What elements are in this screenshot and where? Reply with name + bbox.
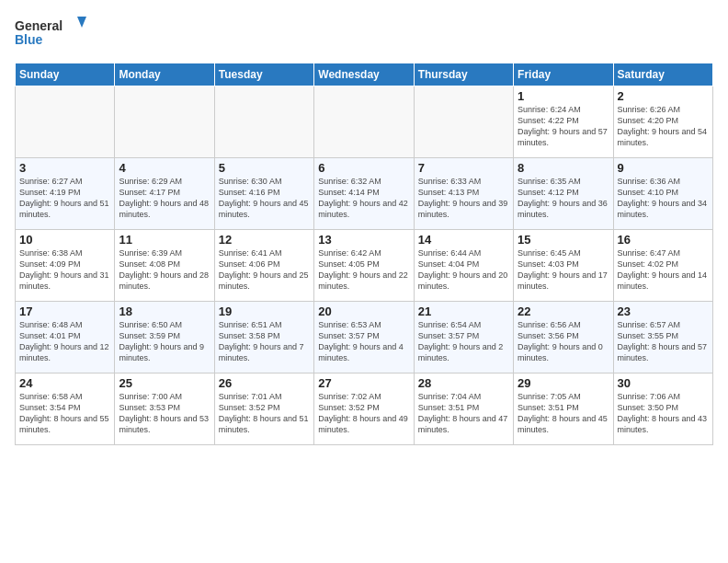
day-info: Sunrise: 6:48 AMSunset: 4:01 PMDaylight:… — [19, 319, 110, 364]
day-info: Sunrise: 6:39 AMSunset: 4:08 PMDaylight:… — [119, 247, 210, 293]
day-number: 7 — [418, 161, 509, 175]
day-info: Sunrise: 6:32 AMSunset: 4:14 PMDaylight:… — [318, 176, 409, 221]
calendar-day-cell: 21Sunrise: 6:54 AMSunset: 3:57 PMDayligh… — [414, 302, 513, 373]
calendar-day-cell: 19Sunrise: 6:51 AMSunset: 3:58 PMDayligh… — [214, 302, 313, 373]
calendar-day-cell: 10Sunrise: 6:38 AMSunset: 4:09 PMDayligh… — [16, 230, 115, 302]
weekday-header: Saturday — [613, 63, 712, 86]
calendar-day-cell: 8Sunrise: 6:35 AMSunset: 4:12 PMDaylight… — [514, 158, 613, 230]
weekday-header: Thursday — [414, 63, 513, 86]
calendar-day-cell — [16, 86, 115, 158]
calendar-day-cell: 11Sunrise: 6:39 AMSunset: 4:08 PMDayligh… — [115, 230, 214, 302]
day-info: Sunrise: 6:30 AMSunset: 4:16 PMDaylight:… — [219, 176, 310, 221]
calendar-day-cell: 4Sunrise: 6:29 AMSunset: 4:17 PMDaylight… — [115, 158, 214, 230]
calendar-header-row: SundayMondayTuesdayWednesdayThursdayFrid… — [16, 63, 713, 86]
svg-text:Blue: Blue — [15, 32, 43, 47]
calendar-day-cell: 1Sunrise: 6:24 AMSunset: 4:22 PMDaylight… — [514, 86, 613, 158]
header: General Blue — [15, 15, 713, 52]
day-info: Sunrise: 6:41 AMSunset: 4:06 PMDaylight:… — [219, 247, 310, 293]
day-info: Sunrise: 7:02 AMSunset: 3:52 PMDaylight:… — [318, 391, 409, 436]
calendar-week-row: 17Sunrise: 6:48 AMSunset: 4:01 PMDayligh… — [16, 302, 713, 373]
day-number: 11 — [119, 233, 210, 247]
calendar-day-cell: 24Sunrise: 6:58 AMSunset: 3:54 PMDayligh… — [16, 373, 115, 445]
day-info: Sunrise: 6:58 AMSunset: 3:54 PMDaylight:… — [19, 391, 110, 436]
calendar-day-cell — [414, 86, 513, 158]
weekday-header: Friday — [514, 63, 613, 86]
day-number: 13 — [318, 233, 409, 247]
day-number: 19 — [219, 304, 310, 318]
day-info: Sunrise: 7:00 AMSunset: 3:53 PMDaylight:… — [119, 391, 210, 436]
calendar-day-cell: 17Sunrise: 6:48 AMSunset: 4:01 PMDayligh… — [16, 302, 115, 373]
calendar-week-row: 24Sunrise: 6:58 AMSunset: 3:54 PMDayligh… — [16, 373, 713, 445]
calendar-table: SundayMondayTuesdayWednesdayThursdayFrid… — [15, 63, 713, 445]
day-info: Sunrise: 6:51 AMSunset: 3:58 PMDaylight:… — [219, 319, 310, 364]
calendar-day-cell: 29Sunrise: 7:05 AMSunset: 3:51 PMDayligh… — [514, 373, 613, 445]
calendar-day-cell: 7Sunrise: 6:33 AMSunset: 4:13 PMDaylight… — [414, 158, 513, 230]
day-info: Sunrise: 6:35 AMSunset: 4:12 PMDaylight:… — [518, 176, 609, 221]
day-number: 30 — [618, 376, 709, 390]
calendar-day-cell: 3Sunrise: 6:27 AMSunset: 4:19 PMDaylight… — [16, 158, 115, 230]
calendar-day-cell: 20Sunrise: 6:53 AMSunset: 3:57 PMDayligh… — [314, 302, 414, 373]
day-number: 2 — [618, 89, 709, 103]
day-number: 28 — [418, 376, 509, 390]
day-info: Sunrise: 6:29 AMSunset: 4:17 PMDaylight:… — [119, 176, 210, 221]
weekday-header: Monday — [115, 63, 214, 86]
day-info: Sunrise: 6:45 AMSunset: 4:03 PMDaylight:… — [518, 247, 609, 293]
day-info: Sunrise: 6:44 AMSunset: 4:04 PMDaylight:… — [418, 247, 509, 293]
day-number: 17 — [19, 304, 110, 318]
day-number: 3 — [19, 161, 110, 175]
calendar-day-cell: 14Sunrise: 6:44 AMSunset: 4:04 PMDayligh… — [414, 230, 513, 302]
day-number: 14 — [418, 233, 509, 247]
day-number: 18 — [119, 304, 210, 318]
svg-marker-2 — [77, 17, 86, 28]
day-number: 12 — [219, 233, 310, 247]
svg-text:General: General — [15, 18, 63, 33]
day-number: 23 — [618, 304, 709, 318]
day-info: Sunrise: 6:38 AMSunset: 4:09 PMDaylight:… — [19, 247, 110, 293]
calendar-day-cell: 9Sunrise: 6:36 AMSunset: 4:10 PMDaylight… — [613, 158, 712, 230]
day-number: 1 — [518, 89, 609, 103]
day-number: 8 — [518, 161, 609, 175]
calendar-day-cell: 2Sunrise: 6:26 AMSunset: 4:20 PMDaylight… — [613, 86, 712, 158]
day-number: 10 — [19, 233, 110, 247]
day-info: Sunrise: 7:05 AMSunset: 3:51 PMDaylight:… — [518, 391, 609, 436]
weekday-header: Tuesday — [214, 63, 313, 86]
calendar-week-row: 3Sunrise: 6:27 AMSunset: 4:19 PMDaylight… — [16, 158, 713, 230]
day-info: Sunrise: 7:04 AMSunset: 3:51 PMDaylight:… — [418, 391, 509, 436]
calendar-day-cell: 6Sunrise: 6:32 AMSunset: 4:14 PMDaylight… — [314, 158, 414, 230]
day-number: 15 — [518, 233, 609, 247]
day-info: Sunrise: 6:27 AMSunset: 4:19 PMDaylight:… — [19, 176, 110, 221]
calendar-day-cell: 26Sunrise: 7:01 AMSunset: 3:52 PMDayligh… — [214, 373, 313, 445]
calendar-week-row: 10Sunrise: 6:38 AMSunset: 4:09 PMDayligh… — [16, 230, 713, 302]
day-info: Sunrise: 7:01 AMSunset: 3:52 PMDaylight:… — [219, 391, 310, 436]
day-number: 16 — [618, 233, 709, 247]
day-info: Sunrise: 6:24 AMSunset: 4:22 PMDaylight:… — [518, 104, 609, 149]
calendar-day-cell: 18Sunrise: 6:50 AMSunset: 3:59 PMDayligh… — [115, 302, 214, 373]
calendar-day-cell: 13Sunrise: 6:42 AMSunset: 4:05 PMDayligh… — [314, 230, 414, 302]
day-info: Sunrise: 6:50 AMSunset: 3:59 PMDaylight:… — [119, 319, 210, 364]
day-info: Sunrise: 6:54 AMSunset: 3:57 PMDaylight:… — [418, 319, 509, 364]
day-number: 24 — [19, 376, 110, 390]
calendar-day-cell: 30Sunrise: 7:06 AMSunset: 3:50 PMDayligh… — [613, 373, 712, 445]
calendar-day-cell: 5Sunrise: 6:30 AMSunset: 4:16 PMDaylight… — [214, 158, 313, 230]
day-number: 5 — [219, 161, 310, 175]
day-info: Sunrise: 6:42 AMSunset: 4:05 PMDaylight:… — [318, 247, 409, 293]
calendar-day-cell — [314, 86, 414, 158]
day-number: 20 — [318, 304, 409, 318]
day-info: Sunrise: 6:56 AMSunset: 3:56 PMDaylight:… — [518, 319, 609, 364]
calendar-day-cell: 25Sunrise: 7:00 AMSunset: 3:53 PMDayligh… — [115, 373, 214, 445]
logo-icon: General Blue — [15, 15, 88, 52]
calendar-day-cell: 28Sunrise: 7:04 AMSunset: 3:51 PMDayligh… — [414, 373, 513, 445]
page-container: General Blue SundayMondayTuesdayWednesda… — [0, 0, 728, 453]
calendar-day-cell: 15Sunrise: 6:45 AMSunset: 4:03 PMDayligh… — [514, 230, 613, 302]
day-info: Sunrise: 6:36 AMSunset: 4:10 PMDaylight:… — [618, 176, 709, 221]
day-info: Sunrise: 6:33 AMSunset: 4:13 PMDaylight:… — [418, 176, 509, 221]
day-info: Sunrise: 6:26 AMSunset: 4:20 PMDaylight:… — [618, 104, 709, 149]
calendar-day-cell: 12Sunrise: 6:41 AMSunset: 4:06 PMDayligh… — [214, 230, 313, 302]
calendar-week-row: 1Sunrise: 6:24 AMSunset: 4:22 PMDaylight… — [16, 86, 713, 158]
day-number: 21 — [418, 304, 509, 318]
day-number: 6 — [318, 161, 409, 175]
day-info: Sunrise: 7:06 AMSunset: 3:50 PMDaylight:… — [618, 391, 709, 436]
day-number: 29 — [518, 376, 609, 390]
calendar-day-cell — [115, 86, 214, 158]
day-info: Sunrise: 6:47 AMSunset: 4:02 PMDaylight:… — [618, 247, 709, 293]
